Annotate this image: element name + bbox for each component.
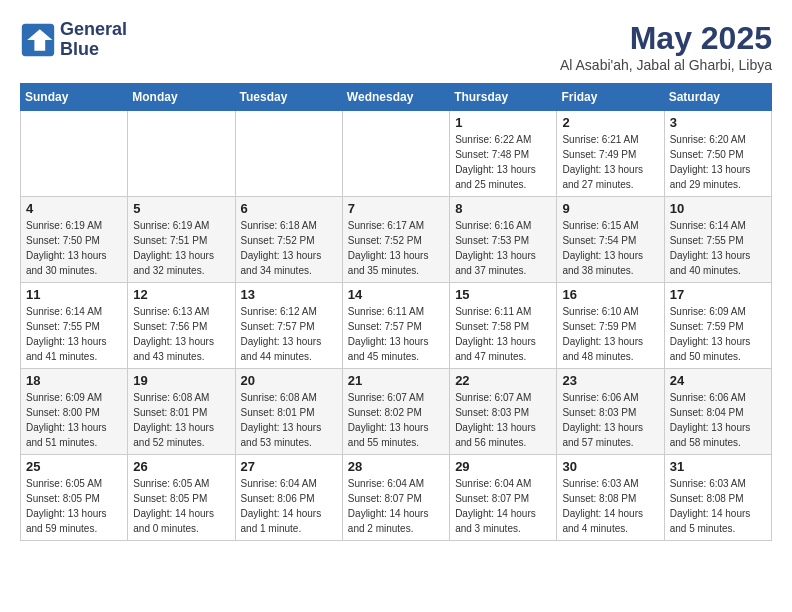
calendar-cell: 2Sunrise: 6:21 AM Sunset: 7:49 PM Daylig…	[557, 111, 664, 197]
weekday-header-wednesday: Wednesday	[342, 84, 449, 111]
day-number: 16	[562, 287, 658, 302]
day-number: 4	[26, 201, 122, 216]
location-title: Al Asabi'ah, Jabal al Gharbi, Libya	[560, 57, 772, 73]
calendar-cell: 17Sunrise: 6:09 AM Sunset: 7:59 PM Dayli…	[664, 283, 771, 369]
day-number: 22	[455, 373, 551, 388]
day-info: Sunrise: 6:14 AM Sunset: 7:55 PM Dayligh…	[670, 218, 766, 278]
day-info: Sunrise: 6:15 AM Sunset: 7:54 PM Dayligh…	[562, 218, 658, 278]
calendar-cell: 4Sunrise: 6:19 AM Sunset: 7:50 PM Daylig…	[21, 197, 128, 283]
calendar-cell: 1Sunrise: 6:22 AM Sunset: 7:48 PM Daylig…	[450, 111, 557, 197]
calendar-cell: 24Sunrise: 6:06 AM Sunset: 8:04 PM Dayli…	[664, 369, 771, 455]
day-info: Sunrise: 6:03 AM Sunset: 8:08 PM Dayligh…	[670, 476, 766, 536]
day-number: 8	[455, 201, 551, 216]
day-number: 27	[241, 459, 337, 474]
day-number: 13	[241, 287, 337, 302]
day-number: 15	[455, 287, 551, 302]
logo: General Blue	[20, 20, 127, 60]
day-info: Sunrise: 6:17 AM Sunset: 7:52 PM Dayligh…	[348, 218, 444, 278]
day-number: 10	[670, 201, 766, 216]
calendar-cell: 26Sunrise: 6:05 AM Sunset: 8:05 PM Dayli…	[128, 455, 235, 541]
calendar-cell: 13Sunrise: 6:12 AM Sunset: 7:57 PM Dayli…	[235, 283, 342, 369]
calendar-cell: 18Sunrise: 6:09 AM Sunset: 8:00 PM Dayli…	[21, 369, 128, 455]
day-number: 25	[26, 459, 122, 474]
day-number: 2	[562, 115, 658, 130]
weekday-header-row: SundayMondayTuesdayWednesdayThursdayFrid…	[21, 84, 772, 111]
day-info: Sunrise: 6:09 AM Sunset: 8:00 PM Dayligh…	[26, 390, 122, 450]
calendar-cell: 7Sunrise: 6:17 AM Sunset: 7:52 PM Daylig…	[342, 197, 449, 283]
weekday-header-tuesday: Tuesday	[235, 84, 342, 111]
day-number: 19	[133, 373, 229, 388]
calendar-cell: 3Sunrise: 6:20 AM Sunset: 7:50 PM Daylig…	[664, 111, 771, 197]
calendar-cell: 28Sunrise: 6:04 AM Sunset: 8:07 PM Dayli…	[342, 455, 449, 541]
day-info: Sunrise: 6:03 AM Sunset: 8:08 PM Dayligh…	[562, 476, 658, 536]
day-number: 11	[26, 287, 122, 302]
calendar-cell: 6Sunrise: 6:18 AM Sunset: 7:52 PM Daylig…	[235, 197, 342, 283]
day-info: Sunrise: 6:22 AM Sunset: 7:48 PM Dayligh…	[455, 132, 551, 192]
calendar-cell: 10Sunrise: 6:14 AM Sunset: 7:55 PM Dayli…	[664, 197, 771, 283]
day-info: Sunrise: 6:10 AM Sunset: 7:59 PM Dayligh…	[562, 304, 658, 364]
day-info: Sunrise: 6:19 AM Sunset: 7:51 PM Dayligh…	[133, 218, 229, 278]
calendar-cell: 27Sunrise: 6:04 AM Sunset: 8:06 PM Dayli…	[235, 455, 342, 541]
logo-icon	[20, 22, 56, 58]
day-info: Sunrise: 6:18 AM Sunset: 7:52 PM Dayligh…	[241, 218, 337, 278]
calendar-cell: 19Sunrise: 6:08 AM Sunset: 8:01 PM Dayli…	[128, 369, 235, 455]
day-number: 21	[348, 373, 444, 388]
day-info: Sunrise: 6:09 AM Sunset: 7:59 PM Dayligh…	[670, 304, 766, 364]
day-info: Sunrise: 6:07 AM Sunset: 8:02 PM Dayligh…	[348, 390, 444, 450]
calendar-week-2: 4Sunrise: 6:19 AM Sunset: 7:50 PM Daylig…	[21, 197, 772, 283]
weekday-header-monday: Monday	[128, 84, 235, 111]
calendar-week-5: 25Sunrise: 6:05 AM Sunset: 8:05 PM Dayli…	[21, 455, 772, 541]
day-info: Sunrise: 6:06 AM Sunset: 8:03 PM Dayligh…	[562, 390, 658, 450]
title-area: May 2025 Al Asabi'ah, Jabal al Gharbi, L…	[560, 20, 772, 73]
day-info: Sunrise: 6:04 AM Sunset: 8:06 PM Dayligh…	[241, 476, 337, 536]
day-number: 24	[670, 373, 766, 388]
day-info: Sunrise: 6:05 AM Sunset: 8:05 PM Dayligh…	[133, 476, 229, 536]
day-info: Sunrise: 6:11 AM Sunset: 7:57 PM Dayligh…	[348, 304, 444, 364]
weekday-header-saturday: Saturday	[664, 84, 771, 111]
calendar-cell: 22Sunrise: 6:07 AM Sunset: 8:03 PM Dayli…	[450, 369, 557, 455]
calendar-cell: 23Sunrise: 6:06 AM Sunset: 8:03 PM Dayli…	[557, 369, 664, 455]
day-info: Sunrise: 6:07 AM Sunset: 8:03 PM Dayligh…	[455, 390, 551, 450]
day-number: 6	[241, 201, 337, 216]
calendar-cell: 12Sunrise: 6:13 AM Sunset: 7:56 PM Dayli…	[128, 283, 235, 369]
weekday-header-sunday: Sunday	[21, 84, 128, 111]
calendar-cell	[128, 111, 235, 197]
day-number: 30	[562, 459, 658, 474]
calendar-cell: 29Sunrise: 6:04 AM Sunset: 8:07 PM Dayli…	[450, 455, 557, 541]
calendar-cell: 20Sunrise: 6:08 AM Sunset: 8:01 PM Dayli…	[235, 369, 342, 455]
day-number: 20	[241, 373, 337, 388]
day-number: 7	[348, 201, 444, 216]
calendar-cell: 8Sunrise: 6:16 AM Sunset: 7:53 PM Daylig…	[450, 197, 557, 283]
day-number: 12	[133, 287, 229, 302]
day-number: 23	[562, 373, 658, 388]
calendar-body: 1Sunrise: 6:22 AM Sunset: 7:48 PM Daylig…	[21, 111, 772, 541]
day-info: Sunrise: 6:16 AM Sunset: 7:53 PM Dayligh…	[455, 218, 551, 278]
day-number: 5	[133, 201, 229, 216]
calendar-cell: 31Sunrise: 6:03 AM Sunset: 8:08 PM Dayli…	[664, 455, 771, 541]
calendar-cell	[21, 111, 128, 197]
day-info: Sunrise: 6:04 AM Sunset: 8:07 PM Dayligh…	[348, 476, 444, 536]
day-number: 3	[670, 115, 766, 130]
day-info: Sunrise: 6:05 AM Sunset: 8:05 PM Dayligh…	[26, 476, 122, 536]
calendar-cell: 30Sunrise: 6:03 AM Sunset: 8:08 PM Dayli…	[557, 455, 664, 541]
day-info: Sunrise: 6:06 AM Sunset: 8:04 PM Dayligh…	[670, 390, 766, 450]
day-number: 9	[562, 201, 658, 216]
day-number: 17	[670, 287, 766, 302]
weekday-header-friday: Friday	[557, 84, 664, 111]
calendar-cell	[235, 111, 342, 197]
day-number: 31	[670, 459, 766, 474]
day-info: Sunrise: 6:13 AM Sunset: 7:56 PM Dayligh…	[133, 304, 229, 364]
calendar-cell: 16Sunrise: 6:10 AM Sunset: 7:59 PM Dayli…	[557, 283, 664, 369]
calendar-cell: 9Sunrise: 6:15 AM Sunset: 7:54 PM Daylig…	[557, 197, 664, 283]
day-info: Sunrise: 6:04 AM Sunset: 8:07 PM Dayligh…	[455, 476, 551, 536]
calendar-cell: 25Sunrise: 6:05 AM Sunset: 8:05 PM Dayli…	[21, 455, 128, 541]
logo-text: General Blue	[60, 20, 127, 60]
day-info: Sunrise: 6:20 AM Sunset: 7:50 PM Dayligh…	[670, 132, 766, 192]
day-number: 26	[133, 459, 229, 474]
calendar-cell: 15Sunrise: 6:11 AM Sunset: 7:58 PM Dayli…	[450, 283, 557, 369]
calendar-week-4: 18Sunrise: 6:09 AM Sunset: 8:00 PM Dayli…	[21, 369, 772, 455]
calendar-week-1: 1Sunrise: 6:22 AM Sunset: 7:48 PM Daylig…	[21, 111, 772, 197]
day-number: 29	[455, 459, 551, 474]
calendar-cell: 11Sunrise: 6:14 AM Sunset: 7:55 PM Dayli…	[21, 283, 128, 369]
calendar-cell: 21Sunrise: 6:07 AM Sunset: 8:02 PM Dayli…	[342, 369, 449, 455]
